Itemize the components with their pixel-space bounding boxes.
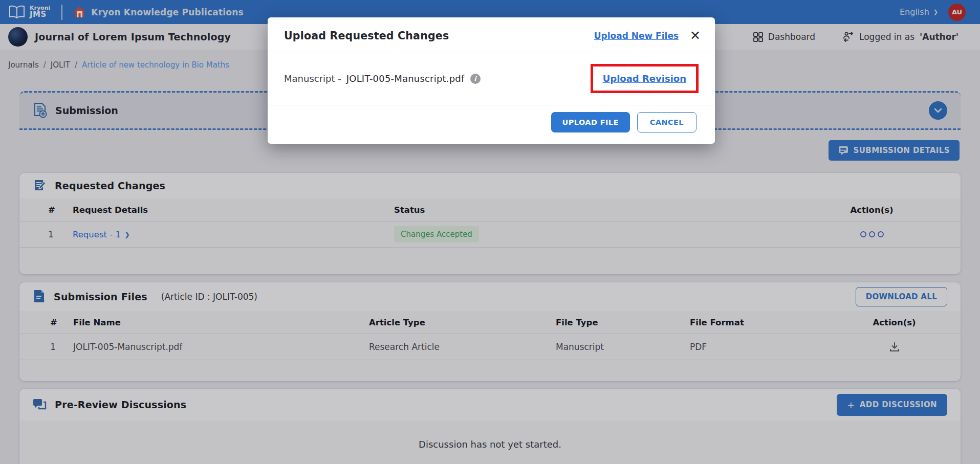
cancel-button[interactable]: CANCEL bbox=[637, 112, 696, 132]
manuscript-file-name: JOLIT-005-Manuscript.pdf bbox=[346, 73, 465, 84]
modal-title: Upload Requested Changes bbox=[284, 30, 594, 42]
file-type-label: Manuscript - bbox=[284, 73, 341, 84]
upload-new-files-link[interactable]: Upload New Files bbox=[594, 31, 679, 41]
modal-header: Upload Requested Changes Upload New File… bbox=[268, 17, 715, 52]
info-icon[interactable]: i bbox=[470, 74, 481, 84]
modal-footer: UPLOAD FILE CANCEL bbox=[268, 105, 715, 144]
modal-body: Manuscript - JOLIT-005-Manuscript.pdf i … bbox=[268, 52, 715, 105]
upload-revision-link[interactable]: Upload Revision bbox=[603, 73, 686, 84]
page: Kryoni JMS Kryon Knowledge Publications … bbox=[0, 0, 980, 464]
close-icon[interactable]: ✕ bbox=[690, 29, 701, 42]
annotation-highlight-box: Upload Revision bbox=[591, 64, 699, 93]
upload-requested-changes-modal: Upload Requested Changes Upload New File… bbox=[268, 17, 715, 144]
upload-file-button[interactable]: UPLOAD FILE bbox=[551, 112, 630, 132]
